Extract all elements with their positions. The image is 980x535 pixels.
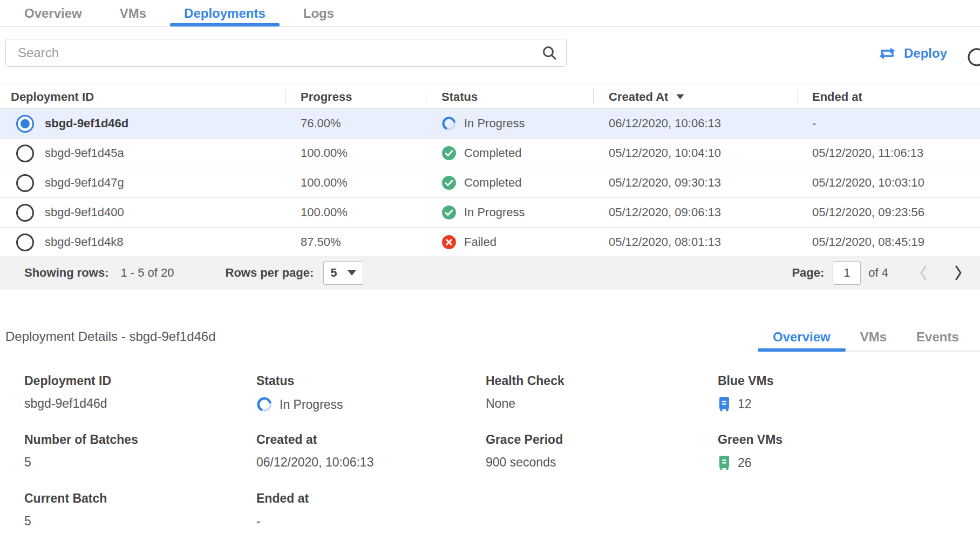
column-header-label: Progress	[301, 90, 352, 104]
swap-arrows-icon	[877, 45, 897, 61]
refresh-icon[interactable]	[965, 45, 980, 69]
table-row[interactable]: sbgd-9ef1d47g 100.00% Completed 05/12/20…	[0, 168, 980, 198]
check-circle-icon	[441, 146, 457, 161]
field-value: 5	[24, 455, 31, 470]
details-tab-overview-label: Overview	[773, 330, 831, 345]
field-ended-at: Ended at -	[256, 491, 486, 535]
deploy-button[interactable]: Deploy	[877, 45, 947, 61]
radio-button[interactable]	[16, 204, 34, 222]
in-progress-spinner-icon	[441, 116, 457, 131]
field-label: Number of Batches	[24, 433, 256, 447]
deployment-id-cell: sbgd-9ef1d45a	[45, 146, 124, 160]
created-at-cell: 05/12/2020, 09:06:13	[609, 205, 721, 220]
table-row[interactable]: sbgd-9ef1d400 100.00% In Progress 05/12/…	[0, 198, 980, 228]
sort-desc-icon[interactable]	[676, 94, 685, 100]
details-tab-bar: Overview VMs Events	[758, 324, 980, 352]
field-label: Grace Period	[486, 433, 718, 447]
tab-overview[interactable]: Overview	[24, 0, 82, 26]
field-health-check: Health Check None	[486, 374, 718, 433]
ended-at-cell: 05/12/2020, 10:03:10	[812, 176, 924, 190]
details-tab-overview[interactable]: Overview	[773, 324, 831, 351]
details-tab-vms[interactable]: VMs	[860, 324, 887, 351]
check-circle-icon	[441, 175, 457, 190]
progress-cell: 100.00%	[301, 205, 348, 220]
search-icon[interactable]	[541, 45, 557, 61]
field-value: 26	[738, 456, 752, 470]
status-cell: Failed	[464, 235, 496, 249]
status-cell: Completed	[464, 146, 521, 160]
field-label: Blue VMs	[718, 374, 980, 388]
deployment-id-cell: sbgd-9ef1d46d	[45, 116, 128, 131]
tab-vms[interactable]: VMs	[120, 0, 146, 26]
field-status: Status In Progress	[256, 374, 486, 433]
column-header-deployment-id[interactable]: Deployment ID	[0, 85, 285, 108]
field-value: None	[486, 396, 515, 411]
table-row[interactable]: sbgd-9ef1d4k8 87.50% Failed 05/12/2020, …	[0, 228, 980, 257]
created-at-cell: 05/12/2020, 10:04:10	[609, 146, 721, 160]
field-label: Green VMs	[718, 433, 980, 447]
tab-deployments[interactable]: Deployments	[184, 0, 266, 26]
progress-cell: 100.00%	[301, 176, 348, 190]
table-row[interactable]: sbgd-9ef1d45a 100.00% Completed 05/12/20…	[0, 139, 980, 168]
field-green-vms: Green VMs 26	[718, 433, 980, 491]
showing-rows-value: 1 - 5 of 20	[120, 266, 174, 280]
progress-cell: 87.50%	[301, 235, 341, 249]
details-tab-events-label: Events	[916, 330, 959, 345]
column-header-label: Status	[441, 90, 478, 104]
column-header-status[interactable]: Status	[426, 85, 593, 108]
search-input[interactable]	[17, 45, 541, 61]
tab-deployments-label: Deployments	[184, 6, 266, 21]
details-section-title: Deployment Details - sbgd-9ef1d46d	[5, 329, 216, 344]
previous-page-button[interactable]	[918, 264, 929, 282]
created-at-cell: 05/12/2020, 09:30:13	[609, 176, 721, 190]
field-label: Deployment ID	[24, 374, 256, 388]
created-at-cell: 06/12/2020, 10:06:13	[609, 116, 721, 131]
details-tab-vms-label: VMs	[860, 330, 887, 345]
tab-vms-label: VMs	[120, 6, 146, 21]
radio-button[interactable]	[16, 174, 34, 192]
field-label: Status	[256, 374, 486, 388]
progress-cell: 100.00%	[301, 146, 348, 160]
page-total-label: of 4	[868, 266, 888, 280]
rows-per-page-select[interactable]: 5	[323, 261, 363, 285]
table-row[interactable]: sbgd-9ef1d46d 76.00% In Progress 06/12/2…	[0, 109, 980, 139]
field-created-at: Created at 06/12/2020, 10:06:13	[256, 433, 486, 491]
rows-per-page-label: Rows per page:	[226, 266, 314, 280]
page-label: Page:	[792, 266, 824, 280]
showing-rows-label: Showing rows:	[24, 266, 108, 280]
next-page-button[interactable]	[953, 264, 964, 282]
tab-logs-label: Logs	[303, 6, 334, 21]
status-cell: In Progress	[464, 116, 525, 131]
table-header: Deployment ID Progress Status Created At…	[0, 85, 980, 109]
field-number-of-batches: Number of Batches 5	[24, 433, 256, 491]
top-tab-bar: Overview VMs Deployments Logs	[0, 0, 980, 27]
deploy-button-label: Deploy	[904, 46, 947, 61]
created-at-cell: 05/12/2020, 08:01:13	[609, 235, 721, 249]
radio-button[interactable]	[16, 145, 34, 162]
ended-at-cell: 05/12/2020, 11:06:13	[812, 146, 923, 160]
field-label: Ended at	[256, 491, 486, 506]
radio-button[interactable]	[16, 234, 34, 251]
field-blue-vms: Blue VMs 12	[718, 374, 980, 433]
deployment-id-cell: sbgd-9ef1d47g	[45, 176, 124, 190]
search-box[interactable]	[5, 39, 567, 67]
field-value: In Progress	[280, 397, 343, 412]
tab-logs[interactable]: Logs	[303, 0, 334, 26]
table-pagination: Showing rows: 1 - 5 of 20 Rows per page:…	[0, 256, 980, 290]
progress-cell: 76.00%	[301, 116, 341, 131]
server-blue-icon	[718, 396, 731, 411]
radio-button-selected[interactable]	[16, 115, 34, 133]
field-label: Health Check	[486, 374, 718, 388]
x-circle-icon	[441, 235, 457, 250]
column-header-created-at[interactable]: Created At	[593, 85, 798, 108]
page-number-input[interactable]	[833, 261, 861, 285]
field-value: 06/12/2020, 10:06:13	[256, 455, 373, 470]
column-header-label: Ended at	[812, 90, 862, 104]
column-header-progress[interactable]: Progress	[285, 85, 426, 108]
details-grid: Deployment ID sbgd-9ef1d46d Status In Pr…	[24, 374, 980, 535]
field-deployment-id: Deployment ID sbgd-9ef1d46d	[24, 374, 256, 433]
column-header-ended-at[interactable]: Ended at	[798, 85, 980, 108]
details-tab-events[interactable]: Events	[916, 324, 959, 351]
field-value: 12	[738, 397, 752, 411]
column-header-label: Deployment ID	[11, 90, 94, 104]
